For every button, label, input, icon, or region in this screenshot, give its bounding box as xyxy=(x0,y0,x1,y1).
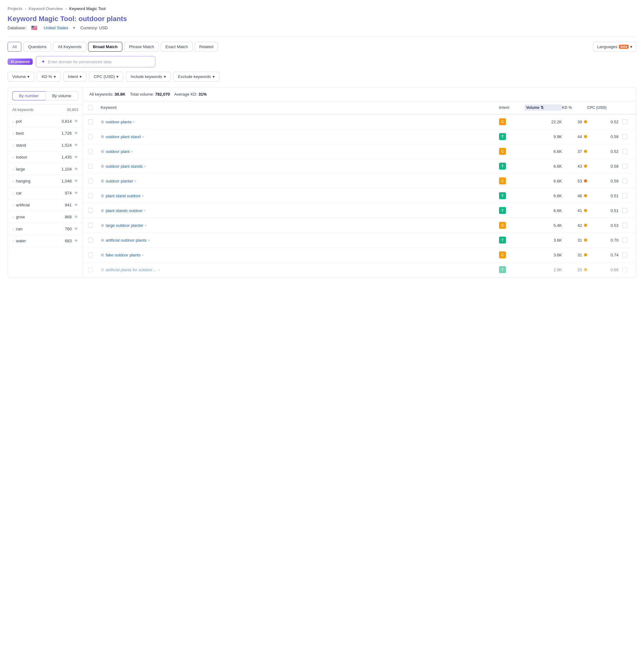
sidebar-item-water[interactable]: › water 683 👁 xyxy=(8,235,83,247)
eye-icon[interactable]: 👁 xyxy=(74,215,78,219)
keyword-link[interactable]: ⊕ fake outdoor plants » xyxy=(101,252,499,257)
add-to-list-button[interactable] xyxy=(622,119,627,124)
sidebar-item-stand[interactable]: › stand 1,524 👁 xyxy=(8,139,83,151)
row-checkbox[interactable] xyxy=(88,134,93,139)
volume-filter[interactable]: Volume ▾ xyxy=(7,72,34,82)
sidebar-item-grow[interactable]: › grow 868 👁 xyxy=(8,211,83,223)
languages-button[interactable]: Languages beta ▾ xyxy=(593,42,637,51)
tab-exact-match[interactable]: Exact Match xyxy=(161,42,193,51)
row-checkbox[interactable] xyxy=(88,267,93,272)
row-checkbox[interactable] xyxy=(88,119,93,124)
by-volume-toggle[interactable]: By volume xyxy=(45,91,78,101)
intent-filter[interactable]: Intent ▾ xyxy=(63,72,87,82)
sidebar-item-indoor[interactable]: › indoor 1,435 👁 xyxy=(8,151,83,163)
add-keyword-icon[interactable]: ⊕ xyxy=(101,208,105,213)
add-to-list-button[interactable] xyxy=(622,238,627,243)
eye-icon[interactable]: 👁 xyxy=(74,143,78,148)
keyword-link[interactable]: ⊕ outdoor plants » xyxy=(101,119,499,124)
row-checkbox[interactable] xyxy=(88,223,93,228)
keyword-link[interactable]: ⊕ plant stands outdoor » xyxy=(101,208,499,213)
cpc-chevron-icon: ▾ xyxy=(116,74,118,79)
sidebar-item-artificial[interactable]: › artificial 941 👁 xyxy=(8,199,83,211)
by-number-toggle[interactable]: By number xyxy=(12,91,45,101)
add-to-list-button[interactable] xyxy=(622,163,627,169)
sidebar-item-best[interactable]: › best 1,726 👁 xyxy=(8,128,83,139)
sidebar-item-hanging[interactable]: › hanging 1,048 👁 xyxy=(8,175,83,187)
eye-icon[interactable]: 👁 xyxy=(74,119,78,124)
add-keyword-icon[interactable]: ⊕ xyxy=(101,238,105,243)
tab-broad-match[interactable]: Broad Match xyxy=(88,42,122,51)
keyword-link[interactable]: ⊕ large outdoor planter » xyxy=(101,223,499,228)
tab-questions[interactable]: Questions xyxy=(23,42,51,51)
eye-icon[interactable]: 👁 xyxy=(74,239,78,243)
country-selector[interactable]: United States xyxy=(44,25,68,30)
sidebar-count: 1,726 xyxy=(61,131,72,136)
keyword-link[interactable]: ⊕ plant stand outdoor » xyxy=(101,193,499,198)
add-to-list-button[interactable] xyxy=(622,267,627,272)
eye-icon[interactable]: 👁 xyxy=(74,131,78,136)
select-all-checkbox[interactable] xyxy=(88,105,93,110)
th-kd[interactable]: KD % xyxy=(562,105,587,111)
add-keyword-icon[interactable]: ⊕ xyxy=(101,134,105,139)
add-keyword-icon[interactable]: ⊕ xyxy=(101,163,105,169)
eye-icon[interactable]: 👁 xyxy=(74,226,78,231)
add-to-list-button[interactable] xyxy=(622,208,627,213)
eye-icon[interactable]: 👁 xyxy=(74,191,78,195)
sidebar-item-large[interactable]: › large 1,104 👁 xyxy=(8,163,83,175)
kd-filter[interactable]: KD % ▾ xyxy=(37,72,60,82)
row-cpc-cell: 0.51 xyxy=(587,208,619,213)
keyword-link[interactable]: ⊕ artificial outdoor plants » xyxy=(101,238,499,243)
keyword-link[interactable]: ⊕ artificial plants for outdoor… » xyxy=(101,267,499,272)
row-checkbox[interactable] xyxy=(88,208,93,213)
keyword-link[interactable]: ⊕ outdoor plant » xyxy=(101,149,499,154)
add-to-list-button[interactable] xyxy=(622,178,627,183)
add-to-list-button[interactable] xyxy=(622,252,627,257)
eye-icon[interactable]: 👁 xyxy=(74,203,78,207)
add-keyword-icon[interactable]: ⊕ xyxy=(101,149,105,154)
tab-related[interactable]: Related xyxy=(194,42,218,51)
add-to-list-button[interactable] xyxy=(622,134,627,139)
tab-all[interactable]: All xyxy=(7,42,21,51)
keyword-link[interactable]: ⊕ outdoor plant stand » xyxy=(101,134,499,139)
table-row: ⊕ plant stand outdoor » T 6.6K 46 0.51 xyxy=(83,189,636,203)
sidebar-chevron-icon: › xyxy=(12,168,14,171)
row-cpc-cell: 0.74 xyxy=(587,253,619,257)
add-keyword-icon[interactable]: ⊕ xyxy=(101,252,105,257)
cpc-filter[interactable]: CPC (USD) ▾ xyxy=(89,72,123,82)
add-to-list-button[interactable] xyxy=(622,149,627,154)
add-to-list-button[interactable] xyxy=(622,193,627,198)
sidebar-item-car[interactable]: › car 974 👁 xyxy=(8,187,83,199)
tab-all-keywords[interactable]: All Keywords xyxy=(53,42,86,51)
country-chevron-icon[interactable]: ▾ xyxy=(73,26,75,30)
include-keywords-filter[interactable]: Include keywords ▾ xyxy=(126,72,170,82)
row-checkbox[interactable] xyxy=(88,149,93,154)
add-keyword-icon[interactable]: ⊕ xyxy=(101,178,105,183)
sidebar-item-pot[interactable]: › pot 3,814 👁 xyxy=(8,115,83,128)
sidebar-item-can[interactable]: › can 760 👁 xyxy=(8,223,83,235)
tab-phrase-match[interactable]: Phrase Match xyxy=(124,42,159,51)
th-volume[interactable]: Volume ⇅ xyxy=(524,105,562,111)
row-keyword-cell: ⊕ fake outdoor plants » xyxy=(101,252,499,257)
row-checkbox[interactable] xyxy=(88,163,93,169)
kd-chevron-icon: ▾ xyxy=(54,74,56,79)
add-to-list-button[interactable] xyxy=(622,223,627,228)
eye-icon[interactable]: 👁 xyxy=(74,155,78,159)
row-kd-cell: 43 xyxy=(562,164,587,169)
keyword-link[interactable]: ⊕ outdoor planter » xyxy=(101,178,499,183)
breadcrumb-overview[interactable]: Keyword Overview xyxy=(29,6,63,11)
row-checkbox[interactable] xyxy=(88,193,93,198)
eye-icon[interactable]: 👁 xyxy=(74,167,78,172)
row-add-cell xyxy=(619,267,631,272)
exclude-keywords-filter[interactable]: Exclude keywords ▾ xyxy=(173,72,220,82)
row-checkbox[interactable] xyxy=(88,252,93,257)
eye-icon[interactable]: 👁 xyxy=(74,179,78,183)
add-keyword-icon[interactable]: ⊕ xyxy=(101,267,105,272)
add-keyword-icon[interactable]: ⊕ xyxy=(101,223,105,228)
ai-domain-input[interactable]: ✦ Enter domain for personalized data xyxy=(36,56,155,67)
add-keyword-icon[interactable]: ⊕ xyxy=(101,193,105,198)
row-checkbox[interactable] xyxy=(88,238,93,243)
row-checkbox[interactable] xyxy=(88,178,93,183)
keyword-link[interactable]: ⊕ outdoor plant stands » xyxy=(101,163,499,169)
add-keyword-icon[interactable]: ⊕ xyxy=(101,119,105,124)
breadcrumb-projects[interactable]: Projects xyxy=(7,6,22,11)
